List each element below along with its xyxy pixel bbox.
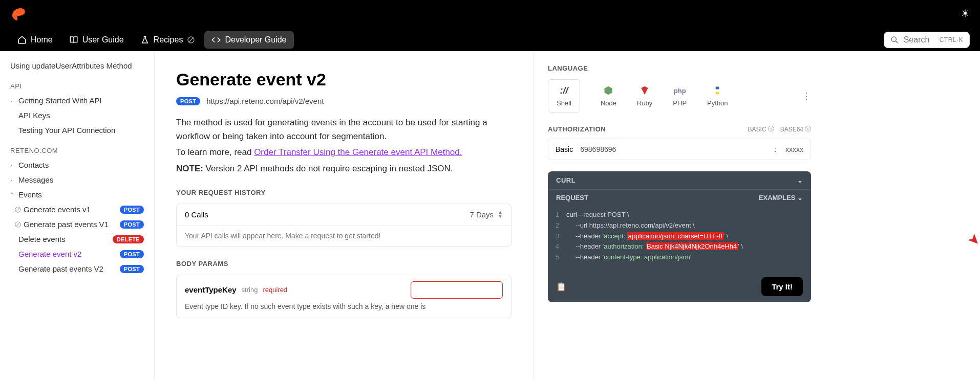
- language-row: :// Shell Node Ruby php PHP Python ⋮: [548, 79, 811, 113]
- node-icon: [603, 85, 613, 96]
- auth-tag-base64[interactable]: BASE64 ⓘ: [780, 125, 811, 133]
- badge-delete: DELETE: [113, 235, 144, 243]
- badge-post: POST: [120, 220, 144, 229]
- auth-box: Basic 698698696 : xxxxx: [548, 139, 811, 160]
- lang-ruby[interactable]: Ruby: [637, 85, 652, 107]
- svg-line-7: [16, 222, 20, 226]
- theme-toggle[interactable]: ☀: [961, 7, 970, 19]
- code-request-label: REQUEST: [556, 194, 588, 202]
- python-icon: [712, 85, 722, 96]
- note-line: NOTE: Version 2 API methods do not requi…: [176, 162, 512, 175]
- nav-search[interactable]: CTRL-K: [884, 32, 970, 48]
- badge-post: POST: [120, 265, 144, 273]
- learn-more-link[interactable]: Order Transfer Using the Generate event …: [254, 147, 462, 157]
- logo: [10, 6, 27, 23]
- php-icon: php: [674, 85, 686, 96]
- sun-icon: ☀: [961, 8, 970, 19]
- description-1: The method is used for generating events…: [176, 116, 512, 143]
- info-icon: ⓘ: [768, 125, 774, 133]
- flask-icon: [140, 35, 150, 44]
- more-languages-icon[interactable]: ⋮: [802, 91, 811, 102]
- description-2: To learn more, read Order Transfer Using…: [176, 145, 512, 159]
- deprecated-icon: [14, 206, 22, 213]
- sidebar: Using updateUserAttributes Method API ›G…: [0, 51, 155, 380]
- main-content: Generate event v2 POST https://api.reten…: [155, 51, 534, 380]
- chevron-down-icon: ›: [10, 192, 16, 197]
- code-icon: [211, 35, 221, 44]
- body-params-heading: BODY PARAMS: [176, 260, 512, 267]
- sidebar-item-gen-v1[interactable]: Generate events v1 POST: [0, 202, 154, 217]
- param-input[interactable]: [411, 281, 503, 299]
- svg-line-3: [896, 41, 898, 43]
- auth-username-input[interactable]: 698698696: [580, 145, 616, 153]
- hidden-icon: [187, 36, 195, 44]
- sidebar-item-events[interactable]: ›Events: [0, 187, 154, 202]
- nav-user-guide-label: User Guide: [82, 35, 124, 44]
- param-type: string: [242, 286, 258, 294]
- code-body: 1curl --request POST \ 2 --url https://a…: [548, 206, 811, 271]
- svg-line-1: [189, 37, 194, 42]
- badge-post: POST: [120, 250, 144, 258]
- search-input[interactable]: [904, 35, 934, 44]
- history-msg: Your API calls will appear here. Make a …: [177, 226, 511, 246]
- info-icon: ⓘ: [805, 125, 811, 133]
- nav-user-guide[interactable]: User Guide: [62, 31, 131, 49]
- nav-recipes[interactable]: Recipes: [133, 31, 203, 49]
- sidebar-heading-api: API: [0, 73, 154, 93]
- history-calls: 0 Calls: [185, 210, 208, 219]
- history-days-selector[interactable]: 7 Days ▲▼: [470, 210, 503, 219]
- sidebar-item-getting-started[interactable]: ›Getting Started With API: [0, 93, 154, 108]
- search-kbd: CTRL-K: [940, 36, 963, 43]
- home-icon: [17, 35, 27, 44]
- book-icon: [69, 35, 78, 44]
- copy-icon[interactable]: 📋: [556, 282, 566, 292]
- code-examples-toggle[interactable]: EXAMPLES ⌄: [759, 194, 803, 202]
- nav-developer-guide[interactable]: Developer Guide: [204, 31, 293, 49]
- nav-home[interactable]: Home: [10, 31, 60, 49]
- param-desc: Event type ID key. If no such event type…: [185, 302, 503, 312]
- auth-tag-basic[interactable]: BASIC ⓘ: [748, 125, 774, 133]
- lang-php[interactable]: php PHP: [673, 85, 687, 107]
- svg-line-5: [16, 207, 20, 211]
- param-name: eventTypeKey: [185, 285, 237, 294]
- method-badge: POST: [176, 97, 200, 105]
- code-curl-label: CURL: [556, 176, 576, 184]
- lang-shell[interactable]: :// Shell: [548, 79, 580, 113]
- auth-tags: BASIC ⓘ BASE64 ⓘ: [748, 125, 811, 133]
- badge-post: POST: [120, 206, 144, 214]
- shell-icon: ://: [560, 85, 568, 96]
- history-heading: YOUR REQUEST HISTORY: [176, 189, 512, 196]
- ruby-icon: [640, 85, 650, 96]
- updown-icon: ▲▼: [498, 210, 503, 218]
- sidebar-item-delete-events[interactable]: Delete events DELETE: [0, 232, 154, 247]
- sidebar-item-gen-past-v1[interactable]: Generate past events V1 POST: [0, 217, 154, 232]
- sidebar-item-testing[interactable]: Testing Your API Connection: [0, 123, 154, 138]
- endpoint-row: POST https://api.reteno.com/api/v2/event: [176, 97, 512, 105]
- sidebar-item-gen-v2[interactable]: Generate event v2 POST: [0, 247, 154, 261]
- auth-type: Basic: [556, 145, 573, 153]
- try-it-button[interactable]: Try It!: [761, 277, 803, 296]
- auth-heading: AUTHORIZATION: [548, 125, 606, 133]
- svg-point-2: [891, 37, 896, 41]
- chevron-down-icon[interactable]: ⌄: [797, 176, 803, 184]
- chevron-right-icon: ›: [10, 162, 15, 168]
- sidebar-heading-reteno: RETENO.COM: [0, 138, 154, 158]
- sidebar-item-api-keys[interactable]: API Keys: [0, 108, 154, 123]
- lang-python[interactable]: Python: [707, 85, 728, 107]
- top-bar: ☀: [0, 0, 980, 29]
- page-title: Generate event v2: [176, 70, 512, 90]
- auth-password-input[interactable]: xxxxx: [785, 145, 803, 153]
- sidebar-item-gen-past-v2[interactable]: Generate past events V2 POST: [0, 261, 154, 276]
- search-icon: [890, 36, 899, 44]
- nav-bar: Home User Guide Recipes Developer Guide …: [0, 29, 980, 51]
- param-box: eventTypeKey string required Event type …: [176, 275, 512, 319]
- lang-node[interactable]: Node: [601, 85, 616, 107]
- code-panel: CURL ⌄ REQUEST EXAMPLES ⌄ 1curl --reques…: [548, 171, 811, 302]
- endpoint-url: https://api.reteno.com/api/v2/event: [206, 97, 324, 105]
- sidebar-item-contacts[interactable]: ›Contacts: [0, 158, 154, 172]
- nav-home-label: Home: [31, 35, 53, 44]
- sidebar-item-update-attrs[interactable]: Using updateUserAttributes Method: [0, 58, 154, 73]
- chevron-right-icon: ›: [10, 98, 15, 104]
- nav-dev-guide-label: Developer Guide: [225, 35, 286, 44]
- sidebar-item-messages[interactable]: ›Messages: [0, 172, 154, 187]
